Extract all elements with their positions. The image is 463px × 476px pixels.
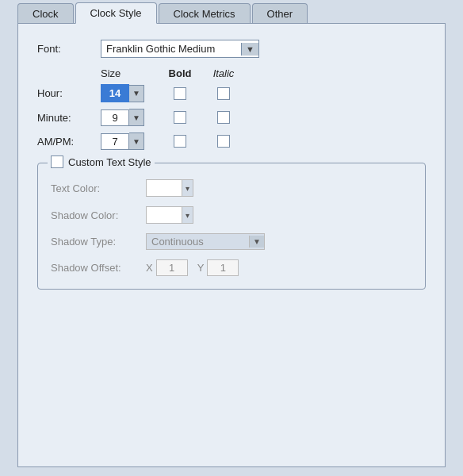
custom-section-label: Custom Text Style [68, 156, 151, 168]
tab-other[interactable]: Other [252, 3, 308, 24]
shadow-offset-row: Shadow Offset: X Y [51, 259, 412, 276]
ampm-bold-checkbox[interactable] [174, 135, 186, 148]
text-color-picker[interactable]: ▾ [146, 179, 193, 197]
italic-header: Italic [204, 67, 243, 79]
shadow-x-field: X [146, 259, 188, 276]
text-color-row: Text Color: ▾ [51, 179, 412, 197]
minute-row: Minute: ▼ [37, 109, 426, 126]
shadow-type-label: Shadow Type: [51, 236, 146, 248]
bold-header: Bold [156, 67, 204, 79]
hour-size-input[interactable] [101, 84, 129, 102]
size-header: Size [101, 67, 156, 79]
minute-size-control: ▼ [101, 109, 156, 126]
font-label: Font: [37, 43, 101, 55]
hour-size-control: ▼ [101, 84, 156, 102]
shadow-x-input[interactable] [156, 259, 188, 276]
text-color-arrow: ▾ [182, 180, 193, 196]
minute-label: Minute: [37, 112, 101, 124]
custom-section-header: Custom Text Style [48, 155, 155, 168]
hour-label: Hour: [37, 87, 101, 99]
shadow-color-label: Shadow Color: [51, 209, 146, 221]
tab-clock[interactable]: Clock [17, 3, 74, 24]
shadow-type-row: Shadow Type: Continuous ▼ [51, 233, 412, 250]
text-color-swatch [147, 180, 182, 196]
hour-bold-cell [156, 87, 204, 100]
font-dropdown-arrow: ▼ [241, 43, 258, 56]
column-headers: Size Bold Italic [101, 67, 426, 79]
font-dropdown[interactable]: Franklin Gothic Medium ▼ [101, 40, 259, 58]
main-panel: Font: Franklin Gothic Medium ▼ Size Bold… [17, 23, 446, 467]
shadow-type-arrow: ▼ [249, 236, 264, 248]
ampm-italic-checkbox[interactable] [217, 135, 230, 148]
ampm-row: AM/PM: ▼ [37, 132, 426, 150]
custom-text-section: Custom Text Style Text Color: ▾ Shadow C… [37, 163, 426, 290]
minute-bold-cell [156, 111, 204, 124]
shadow-y-input[interactable] [207, 259, 239, 276]
shadow-color-row: Shadow Color: ▾ [51, 206, 412, 224]
shadow-y-label: Y [197, 262, 205, 274]
hour-italic-checkbox[interactable] [217, 87, 230, 100]
shadow-color-swatch [147, 207, 182, 223]
ampm-size-input[interactable] [101, 133, 129, 150]
shadow-color-arrow: ▾ [182, 207, 193, 223]
hour-italic-cell [204, 87, 243, 100]
minute-bold-checkbox[interactable] [174, 111, 186, 124]
custom-inner: Text Color: ▾ Shadow Color: ▾ Shadow Typ… [51, 179, 412, 276]
minute-italic-cell [204, 111, 243, 124]
shadow-y-field: Y [197, 259, 239, 276]
font-row: Font: Franklin Gothic Medium ▼ [37, 40, 426, 58]
tab-clock-metrics[interactable]: Clock Metrics [159, 3, 251, 24]
shadow-type-value: Continuous [151, 236, 246, 248]
ampm-size-control: ▼ [101, 132, 156, 150]
minute-size-arrow[interactable]: ▼ [129, 109, 144, 126]
minute-size-input[interactable] [101, 109, 129, 126]
shadow-offset-label: Shadow Offset: [51, 262, 146, 274]
shadow-x-label: X [146, 262, 153, 274]
text-color-label: Text Color: [51, 182, 146, 194]
hour-row: Hour: ▼ [37, 84, 426, 102]
minute-italic-checkbox[interactable] [217, 111, 230, 124]
hour-size-arrow[interactable]: ▼ [129, 85, 144, 102]
ampm-size-arrow[interactable]: ▼ [129, 132, 144, 150]
ampm-bold-cell [156, 135, 204, 148]
shadow-type-dropdown[interactable]: Continuous ▼ [146, 233, 265, 250]
hour-bold-checkbox[interactable] [174, 87, 186, 100]
font-value: Franklin Gothic Medium [106, 43, 236, 55]
shadow-color-picker[interactable]: ▾ [146, 206, 193, 224]
ampm-italic-cell [204, 135, 243, 148]
tab-clock-style[interactable]: Clock Style [75, 2, 157, 24]
custom-style-enable-checkbox[interactable] [51, 155, 63, 168]
ampm-label: AM/PM: [37, 136, 101, 148]
tab-bar: Clock Clock Style Clock Metrics Other [17, 2, 446, 23]
